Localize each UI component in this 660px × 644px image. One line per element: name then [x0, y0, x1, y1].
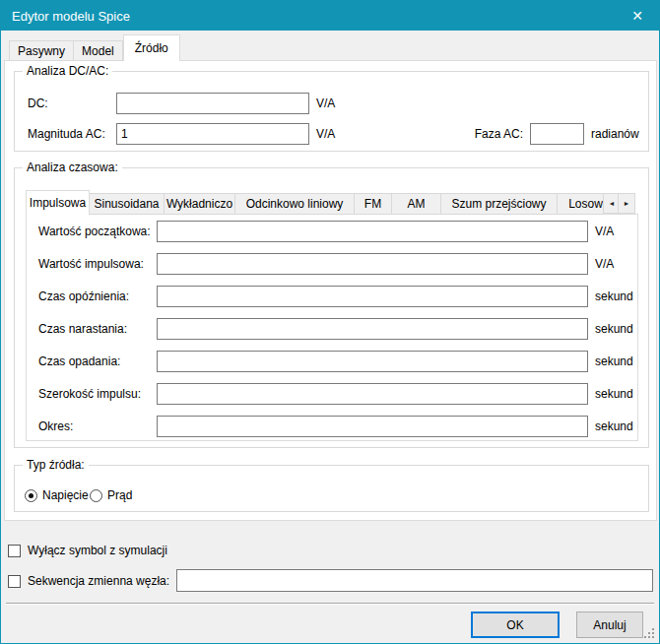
tab-impulsowa[interactable]: Impulsowa	[26, 190, 90, 215]
field-row: Wartość impulsowa: V/A	[27, 253, 637, 275]
group-transient-analysis: Analiza czasowa: Impulsowa Sinusoidana W…	[14, 167, 649, 448]
tab-model[interactable]: Model	[74, 40, 123, 61]
radio-unselected-icon	[90, 489, 102, 502]
close-button[interactable]: ✕	[616, 1, 659, 31]
checkbox-node-sequence[interactable]: Sekwencja zmienna węzła:	[8, 573, 169, 589]
ok-button-label: OK	[506, 618, 523, 632]
cancel-button-label: Anuluj	[593, 618, 626, 632]
dc-unit: V/A	[316, 93, 335, 114]
resize-grip[interactable]	[644, 628, 655, 639]
group-dc-ac-analysis: Analiza DC/AC: DC: V/A Magnituda AC: V/A…	[14, 71, 649, 152]
impulsowa-tab-page: Wartość początkowa: V/A Wartość impulsow…	[26, 214, 638, 441]
checkbox-disable-symbol-label: Wyłącz symbol z symulacji	[28, 544, 167, 557]
field-row: Wartość początkowa: V/A	[27, 221, 637, 242]
radio-prad[interactable]: Prąd	[90, 487, 132, 503]
tab-sinusoidana[interactable]: Sinusoidana	[90, 193, 165, 215]
ac-magnitude-unit: V/A	[316, 123, 335, 145]
delay-time-label: Czas opóźnienia:	[38, 286, 129, 307]
tab-losowy[interactable]: Losow	[558, 193, 603, 215]
period-unit: sekund	[595, 416, 633, 437]
transient-tab-strip: Impulsowa Sinusoidana Wykładniczo Odcink…	[26, 190, 603, 215]
rise-time-unit: sekund	[595, 318, 633, 340]
rise-time-label: Czas narastania:	[38, 318, 127, 340]
period-input[interactable]	[157, 416, 588, 437]
group-transient-legend: Analiza czasowa:	[23, 161, 122, 174]
pulsed-value-label: Wartość impulsowa:	[38, 253, 144, 275]
source-tab-page: Analiza DC/AC: DC: V/A Magnituda AC: V/A…	[4, 60, 657, 521]
checkbox-icon	[8, 575, 21, 588]
initial-value-input[interactable]	[157, 221, 588, 242]
radio-napiecie-label: Napięcie	[42, 488, 89, 502]
pulsed-value-unit: V/A	[595, 253, 614, 275]
group-source-type: Typ źródła: Napięcie Prąd	[14, 465, 649, 512]
initial-value-label: Wartość początkowa:	[38, 221, 151, 242]
field-row: Czas opóźnienia: sekund	[27, 286, 637, 307]
rise-time-input[interactable]	[157, 318, 588, 340]
fall-time-input[interactable]	[157, 351, 588, 372]
fall-time-unit: sekund	[595, 351, 633, 372]
field-row: Czas narastania: sekund	[27, 318, 637, 340]
pulse-width-input[interactable]	[157, 383, 588, 405]
tab-wykladniczo[interactable]: Wykładniczo	[165, 193, 235, 215]
initial-value-unit: V/A	[595, 221, 614, 242]
tab-am[interactable]: AM	[392, 193, 441, 215]
ac-phase-input[interactable]	[530, 123, 584, 145]
field-row: Szerokość impulsu: sekund	[27, 383, 637, 405]
footer-separator	[6, 603, 654, 605]
checkbox-disable-symbol[interactable]: Wyłącz symbol z symulacji	[8, 543, 167, 558]
tab-scroll-right-button[interactable]: ►	[618, 193, 635, 214]
checkbox-icon	[8, 545, 21, 557]
pulse-width-unit: sekund	[595, 383, 633, 405]
delay-time-unit: sekund	[595, 286, 633, 307]
tab-szum-przejsciowy[interactable]: Szum przejściowy	[441, 193, 558, 215]
tab-fm[interactable]: FM	[355, 193, 392, 215]
pulsed-value-input[interactable]	[157, 253, 588, 275]
ac-magnitude-input[interactable]	[116, 123, 309, 145]
tab-pasywny[interactable]: Pasywny	[9, 40, 74, 61]
node-sequence-input[interactable]	[176, 569, 653, 592]
dc-label: DC:	[28, 93, 48, 114]
radio-selected-icon	[25, 489, 37, 502]
group-source-type-legend: Typ źródła:	[23, 458, 89, 472]
pulse-width-label: Szerokość impulsu:	[38, 383, 141, 405]
window-title: Edytor modelu Spice	[12, 9, 130, 24]
ac-phase-unit: radianów	[591, 123, 639, 145]
delay-time-input[interactable]	[157, 286, 588, 307]
scroll-right-icon: ►	[624, 200, 630, 207]
ok-button[interactable]: OK	[471, 612, 560, 638]
top-tab-strip: Pasywny Model Źródło	[9, 34, 180, 61]
spice-model-editor-dialog: Edytor modelu Spice ✕ Pasywny Model Źród…	[0, 0, 660, 644]
ac-magnitude-label: Magnituda AC:	[28, 123, 105, 145]
scroll-left-icon: ◄	[609, 200, 616, 207]
dc-input[interactable]	[116, 93, 309, 114]
checkbox-node-sequence-label: Sekwencja zmienna węzła:	[28, 574, 169, 588]
fall-time-label: Czas opadania:	[38, 351, 120, 372]
titlebar[interactable]: Edytor modelu Spice	[1, 1, 659, 31]
radio-prad-label: Prąd	[107, 488, 132, 502]
tab-zrodlo[interactable]: Źródło	[123, 34, 180, 61]
field-row: Okres: sekund	[27, 416, 637, 437]
field-row: Czas opadania: sekund	[27, 351, 637, 372]
radio-napiecie[interactable]: Napięcie	[25, 487, 89, 503]
close-icon: ✕	[631, 8, 643, 24]
group-dc-ac-legend: Analiza DC/AC:	[23, 64, 112, 78]
cancel-button[interactable]: Anuluj	[576, 612, 643, 638]
tab-odcinkowo-liniowy[interactable]: Odcinkowo liniowy	[235, 193, 355, 215]
period-label: Okres:	[38, 416, 73, 437]
ac-phase-label: Faza AC:	[438, 123, 523, 145]
